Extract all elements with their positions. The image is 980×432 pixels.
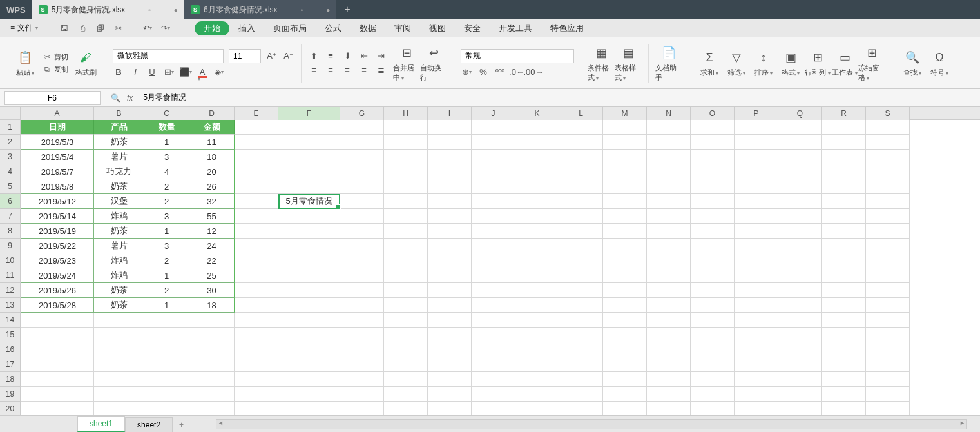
cell[interactable] <box>866 224 910 239</box>
indent-decrease-icon[interactable]: ⇤ <box>358 51 370 61</box>
sum-button[interactable]: Σ求和 <box>696 48 723 77</box>
cell[interactable] <box>559 328 603 342</box>
print-preview-icon[interactable]: 🗐 <box>95 23 106 34</box>
cell[interactable] <box>472 164 515 179</box>
italic-button[interactable]: I <box>130 67 141 77</box>
cell[interactable] <box>778 357 822 372</box>
cell[interactable] <box>515 164 559 179</box>
cell[interactable] <box>603 342 647 357</box>
cell[interactable] <box>235 253 278 268</box>
cell[interactable] <box>189 387 235 402</box>
cell[interactable] <box>603 357 647 372</box>
cell[interactable] <box>94 372 144 387</box>
print-icon[interactable]: ⎙ <box>77 23 88 34</box>
column-header-E[interactable]: E <box>235 107 278 120</box>
cell[interactable] <box>647 164 691 179</box>
cell[interactable] <box>866 164 910 179</box>
cell[interactable] <box>822 342 866 357</box>
cell[interactable] <box>340 194 384 209</box>
cell[interactable] <box>472 253 515 268</box>
cell[interactable] <box>735 313 778 328</box>
cell[interactable] <box>472 120 515 135</box>
cell[interactable] <box>822 164 866 179</box>
cell[interactable] <box>647 179 691 194</box>
cell[interactable] <box>822 150 866 164</box>
cell[interactable] <box>866 313 910 328</box>
cell[interactable]: 3 <box>144 150 189 164</box>
cell[interactable] <box>428 224 472 239</box>
cell[interactable] <box>515 150 559 164</box>
cell[interactable] <box>384 313 428 328</box>
cell[interactable] <box>340 313 384 328</box>
cell[interactable] <box>235 402 278 415</box>
cell[interactable] <box>235 194 278 209</box>
cell[interactable]: 3 <box>144 209 189 224</box>
redo-icon[interactable]: ↷ <box>160 23 171 34</box>
cell[interactable] <box>559 150 603 164</box>
cell[interactable] <box>647 120 691 135</box>
cell[interactable] <box>189 402 235 415</box>
tab-close-icon[interactable]: ● <box>326 6 330 14</box>
cell[interactable] <box>340 253 384 268</box>
cell[interactable] <box>428 150 472 164</box>
cell[interactable] <box>735 342 778 357</box>
tab-view[interactable]: 视图 <box>420 20 455 37</box>
cell[interactable] <box>235 135 278 150</box>
cell[interactable] <box>735 253 778 268</box>
cell[interactable] <box>559 342 603 357</box>
cell[interactable] <box>778 179 822 194</box>
cell[interactable] <box>384 387 428 402</box>
cell[interactable] <box>235 387 278 402</box>
cell[interactable]: 1 <box>144 298 189 313</box>
cell[interactable] <box>235 164 278 179</box>
cell[interactable] <box>235 150 278 164</box>
cell[interactable]: 2 <box>144 194 189 209</box>
cell[interactable]: 2019/5/12 <box>21 194 94 209</box>
cell[interactable] <box>428 328 472 342</box>
cell[interactable] <box>472 283 515 298</box>
auto-wrap-button[interactable]: ↩ 自动换行 <box>420 44 447 83</box>
cell[interactable] <box>603 164 647 179</box>
cell[interactable] <box>515 135 559 150</box>
cell[interactable] <box>428 372 472 387</box>
freeze-button[interactable]: ⊞冻结窗格 <box>858 44 885 83</box>
cell[interactable] <box>21 313 94 328</box>
cell[interactable] <box>735 268 778 283</box>
cell[interactable] <box>340 357 384 372</box>
cell[interactable] <box>603 253 647 268</box>
cell[interactable]: 32 <box>189 194 235 209</box>
cell[interactable] <box>340 164 384 179</box>
cell[interactable] <box>428 283 472 298</box>
cell[interactable] <box>384 372 428 387</box>
cell[interactable] <box>691 357 735 372</box>
cell[interactable]: 2 <box>144 253 189 268</box>
cut-button[interactable]: ✂剪切 <box>43 52 68 62</box>
cell[interactable]: 1 <box>144 268 189 283</box>
tab-devtools[interactable]: 开发工具 <box>490 20 541 37</box>
cell[interactable] <box>559 357 603 372</box>
cell[interactable] <box>778 268 822 283</box>
cell[interactable] <box>647 283 691 298</box>
cell[interactable] <box>472 209 515 224</box>
cell[interactable]: 2019/5/3 <box>21 135 94 150</box>
cell[interactable] <box>235 342 278 357</box>
row-header-19[interactable]: 19 <box>0 387 21 402</box>
cell[interactable]: 2 <box>144 283 189 298</box>
cell[interactable] <box>647 357 691 372</box>
cell[interactable] <box>691 402 735 415</box>
table-style-button[interactable]: ▤表格样式 <box>615 44 642 83</box>
cell[interactable]: 55 <box>189 209 235 224</box>
cell[interactable] <box>866 135 910 150</box>
cell[interactable] <box>647 402 691 415</box>
cell[interactable] <box>472 268 515 283</box>
cell[interactable]: 18 <box>189 298 235 313</box>
cell[interactable]: 产品 <box>94 120 144 135</box>
cell[interactable] <box>189 313 235 328</box>
column-header-A[interactable]: A <box>21 107 94 120</box>
worksheet-button[interactable]: ▭工作表 <box>831 48 858 77</box>
cell[interactable] <box>603 120 647 135</box>
cell[interactable] <box>559 194 603 209</box>
cell[interactable] <box>647 298 691 313</box>
cell[interactable] <box>603 313 647 328</box>
sort-button[interactable]: ↕排序 <box>750 48 777 77</box>
